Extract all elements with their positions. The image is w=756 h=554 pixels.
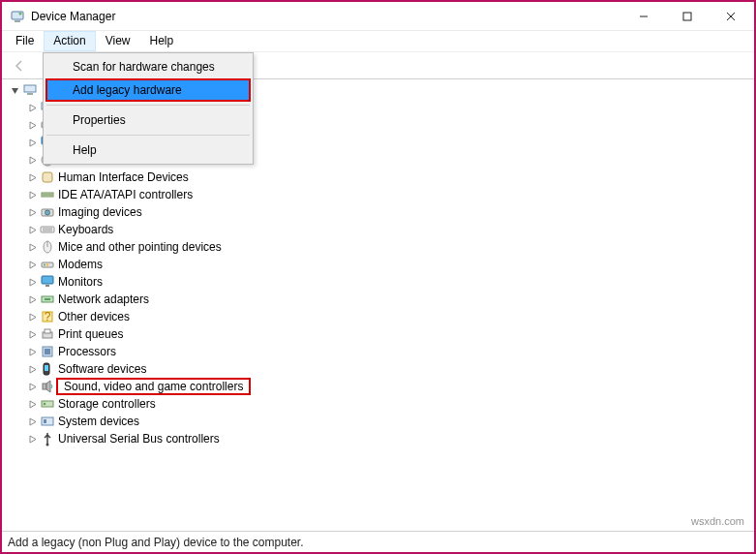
menu-separator	[46, 105, 250, 106]
window-controls	[621, 3, 752, 30]
ide-ata-icon	[39, 187, 56, 202]
tree-item-print-queues[interactable]: Print queues	[25, 325, 748, 343]
minimize-button[interactable]	[621, 3, 665, 30]
tree-item-label: Storage controllers	[56, 397, 158, 411]
window-title: Device Manager	[31, 10, 621, 23]
tree-item-label: Print queues	[56, 327, 125, 341]
tree-item-label: Software devices	[56, 362, 148, 376]
hid-icon	[39, 169, 56, 185]
menu-scan-hardware[interactable]: Scan for hardware changes	[45, 55, 251, 78]
tree-item-label: System devices	[56, 415, 141, 428]
menu-view[interactable]: View	[96, 31, 140, 51]
tree-item-sound-video-game[interactable]: Sound, video and game controllers	[25, 378, 748, 395]
svg-rect-7	[24, 85, 36, 92]
chevron-right-icon[interactable]	[25, 170, 39, 184]
statusbar: Add a legacy (non Plug and Play) device …	[2, 531, 754, 552]
menu-help[interactable]: Help	[140, 31, 184, 51]
tree-item-modems[interactable]: Modems	[25, 256, 748, 273]
chevron-right-icon[interactable]	[25, 310, 39, 323]
menu-separator	[46, 135, 250, 136]
tree-item-keyboards[interactable]: Keyboards	[25, 221, 748, 238]
svg-point-2	[19, 12, 22, 15]
watermark: wsxdn.com	[691, 515, 744, 527]
keyboards-icon	[39, 222, 56, 237]
monitors-icon	[39, 274, 56, 290]
close-button[interactable]	[709, 3, 752, 30]
svg-rect-8	[27, 93, 33, 95]
chevron-right-icon[interactable]	[25, 380, 39, 393]
software-devices-icon	[39, 361, 56, 377]
chevron-right-icon[interactable]	[25, 327, 39, 341]
chevron-right-icon[interactable]	[25, 153, 39, 167]
tree-item-label: Universal Serial Bus controllers	[56, 432, 222, 446]
tree-item-processors[interactable]: Processors	[25, 343, 748, 360]
menu-add-legacy-hardware[interactable]: Add legacy hardware	[45, 78, 251, 102]
chevron-right-icon[interactable]	[25, 223, 39, 236]
tree-item-label: Imaging devices	[56, 205, 144, 219]
tree-item-label: Mice and other pointing devices	[56, 240, 224, 254]
chevron-right-icon[interactable]	[25, 415, 39, 428]
window: Device Manager File Action View Help Sca…	[0, 0, 756, 554]
menu-file[interactable]: File	[6, 31, 44, 51]
chevron-right-icon[interactable]	[25, 258, 39, 271]
chevron-right-icon[interactable]	[25, 101, 39, 114]
other-devices-icon	[39, 309, 56, 324]
chevron-right-icon[interactable]	[25, 292, 39, 306]
chevron-right-icon[interactable]	[25, 432, 39, 446]
tree-item-imaging[interactable]: Imaging devices	[25, 203, 748, 221]
chevron-right-icon[interactable]	[25, 205, 39, 219]
processors-icon	[39, 344, 56, 359]
chevron-right-icon[interactable]	[25, 118, 39, 132]
tree-item-label: IDE ATA/ATAPI controllers	[56, 188, 195, 201]
tree-item-other-devices[interactable]: Other devices	[25, 308, 748, 325]
tree-item-system-devices[interactable]: System devices	[25, 413, 748, 430]
action-dropdown: Scan for hardware changes Add legacy har…	[43, 52, 254, 165]
menubar: File Action View Help Scan for hardware …	[2, 31, 754, 52]
tree-item-mice[interactable]: Mice and other pointing devices	[25, 238, 748, 256]
chevron-down-icon[interactable]	[8, 83, 21, 97]
tree-item-label: Processors	[56, 345, 118, 358]
status-text: Add a legacy (non Plug and Play) device …	[8, 536, 304, 549]
mice-icon	[39, 239, 56, 255]
tree-item-label: Network adapters	[56, 292, 151, 306]
tree-item-usb-controllers[interactable]: Universal Serial Bus controllers	[25, 430, 748, 447]
chevron-right-icon[interactable]	[25, 240, 39, 254]
tree-item-label: Monitors	[56, 275, 105, 289]
chevron-right-icon[interactable]	[25, 345, 39, 358]
menu-properties[interactable]: Properties	[45, 108, 251, 132]
back-button[interactable]	[8, 54, 31, 77]
chevron-right-icon[interactable]	[25, 188, 39, 201]
chevron-right-icon[interactable]	[25, 136, 39, 149]
imaging-icon	[39, 204, 56, 220]
chevron-right-icon[interactable]	[25, 397, 39, 411]
menu-help-item[interactable]: Help	[45, 138, 251, 162]
print-queues-icon	[39, 326, 56, 342]
network-adapters-icon	[39, 292, 56, 307]
sound-video-game-icon	[39, 379, 56, 394]
chevron-right-icon[interactable]	[25, 362, 39, 376]
tree-item-storage-controllers[interactable]: Storage controllers	[25, 395, 748, 413]
chevron-right-icon[interactable]	[25, 275, 39, 289]
tree-item-ide-ata[interactable]: IDE ATA/ATAPI controllers	[25, 186, 748, 203]
tree-item-network-adapters[interactable]: Network adapters	[25, 291, 748, 308]
storage-controllers-icon	[39, 396, 56, 412]
tree-item-hid[interactable]: Human Interface Devices	[25, 169, 748, 186]
tree-item-label: Keyboards	[56, 223, 115, 236]
app-icon	[10, 9, 25, 24]
computer-icon	[21, 82, 39, 98]
tree-item-label: Other devices	[56, 310, 132, 323]
usb-controllers-icon	[39, 431, 56, 446]
tree-item-label: Sound, video and game controllers	[56, 378, 251, 395]
menu-action[interactable]: Action	[44, 31, 95, 51]
system-devices-icon	[39, 414, 56, 429]
maximize-button[interactable]	[665, 3, 709, 30]
svg-rect-4	[683, 13, 691, 20]
titlebar: Device Manager	[2, 2, 754, 31]
svg-rect-1	[15, 20, 20, 22]
tree-item-label: Human Interface Devices	[56, 170, 191, 184]
tree-item-software-devices[interactable]: Software devices	[25, 360, 748, 378]
tree-item-monitors[interactable]: Monitors	[25, 273, 748, 291]
tree-item-label: Modems	[56, 258, 105, 271]
modems-icon	[39, 257, 56, 272]
